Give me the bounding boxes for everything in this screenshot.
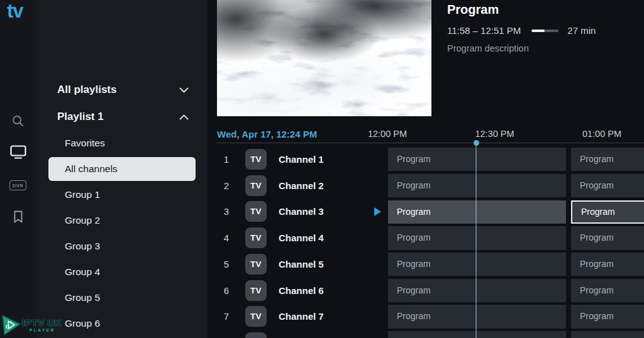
channel-name: Channel 3 xyxy=(279,199,324,225)
bookmark-icon[interactable] xyxy=(0,205,36,228)
timeline-tick: 12:30 PM xyxy=(475,129,514,139)
channel-number: 4 xyxy=(218,225,235,251)
timeline-tick: 12:00 PM xyxy=(368,129,407,139)
program-cell[interactable]: Program xyxy=(388,253,566,276)
search-icon[interactable] xyxy=(0,109,36,132)
channel-number: 3 xyxy=(218,199,235,225)
epg-current-datetime: Wed, Apr 17, 12:24 PM xyxy=(217,129,317,139)
program-cell[interactable]: Program xyxy=(388,305,566,328)
program-cell[interactable]: Program xyxy=(571,305,644,328)
sidebar-item-all-channels[interactable]: All channels xyxy=(48,157,196,181)
program-progress-fill xyxy=(531,30,545,32)
channel-row[interactable]: 3TVChannel 3ProgramProgram xyxy=(208,199,644,225)
dvr-icon[interactable]: DVR xyxy=(0,174,36,197)
program-cell[interactable]: Program xyxy=(571,148,644,171)
program-description: Program description xyxy=(447,43,642,53)
program-cell[interactable]: Program xyxy=(571,331,644,338)
channel-row[interactable]: 7TVChannel 7ProgramProgram xyxy=(208,303,644,330)
program-cell[interactable]: Program xyxy=(571,174,644,197)
playlists-panel: All playlists Playlist 1 FavoritesAll ch… xyxy=(36,0,208,338)
channel-tv-icon: TV xyxy=(245,149,267,170)
channel-row[interactable]: 4TVChannel 4ProgramProgram xyxy=(208,225,644,251)
program-time-range: 11:58 – 12:51 PM xyxy=(447,25,521,36)
channel-tv-icon: TV xyxy=(245,306,267,327)
iptv-app-window: tv DVR All playlists Playlist 1 Favorite… xyxy=(0,0,644,338)
channel-name: Channel 4 xyxy=(279,225,324,251)
channel-row[interactable]: 8TVChannel 8ProgramProgram xyxy=(208,330,644,338)
channel-number: 2 xyxy=(218,173,235,199)
all-playlists-dropdown[interactable]: All playlists xyxy=(36,80,208,100)
program-cell[interactable]: Program xyxy=(388,200,566,224)
channel-tv-icon-label: TV xyxy=(250,312,262,321)
program-cell[interactable]: Program xyxy=(571,226,644,249)
program-remaining-time: 27 min xyxy=(567,25,596,36)
program-info: Program 11:58 – 12:51 PM 27 min Program … xyxy=(447,0,642,53)
now-time-line xyxy=(475,143,477,338)
timeline-tick: 01:00 PM xyxy=(582,129,621,139)
dvr-icon-label: DVR xyxy=(9,180,26,190)
program-title: Program xyxy=(447,3,642,17)
playlist-1-dropdown[interactable]: Playlist 1 xyxy=(36,107,208,127)
sidebar-item-group-3[interactable]: Group 3 xyxy=(36,234,208,259)
program-cell[interactable]: Program xyxy=(571,253,644,276)
program-meta: 11:58 – 12:51 PM 27 min xyxy=(447,25,642,36)
watermark-title: IPTV UK xyxy=(22,317,62,329)
channel-tv-icon-label: TV xyxy=(250,233,262,243)
sidebar-item-group-4[interactable]: Group 4 xyxy=(36,259,208,285)
sidebar-item-group-2[interactable]: Group 2 xyxy=(36,208,208,233)
waterfall-video-frame xyxy=(217,0,431,116)
channel-tv-icon-label: TV xyxy=(250,181,262,190)
iptv-uk-player-watermark: IPTV UK PLAYER xyxy=(1,312,70,338)
tv-logo: tv xyxy=(7,0,23,23)
all-playlists-label: All playlists xyxy=(57,84,179,96)
playlist-1-label: Playlist 1 xyxy=(57,111,179,123)
program-progress-bar xyxy=(531,30,558,32)
channel-tv-icon-label: TV xyxy=(250,155,262,164)
channel-name: Channel 7 xyxy=(279,303,324,330)
program-cell[interactable]: Program xyxy=(388,279,566,302)
channel-row[interactable]: 1TVChannel 1ProgramProgram xyxy=(208,146,644,173)
epg-channel-grid: 1TVChannel 1ProgramProgram2TVChannel 2Pr… xyxy=(208,146,644,338)
channel-number: 6 xyxy=(218,278,235,304)
channel-tv-icon: TV xyxy=(245,332,267,338)
channel-name: Channel 8 xyxy=(279,330,324,338)
channel-number: 7 xyxy=(218,303,235,330)
program-cell[interactable]: Program xyxy=(388,226,566,249)
channel-name: Channel 6 xyxy=(279,278,324,304)
program-cell[interactable]: Program xyxy=(571,200,644,224)
sidebar-item-group-5[interactable]: Group 5 xyxy=(36,285,208,310)
sidebar-item-group-1[interactable]: Group 1 xyxy=(36,182,208,207)
channel-tv-icon: TV xyxy=(245,201,267,222)
channel-number: 8 xyxy=(218,330,235,338)
live-tv-icon[interactable] xyxy=(0,141,36,163)
channel-row[interactable]: 2TVChannel 2ProgramProgram xyxy=(208,173,644,199)
channel-number: 5 xyxy=(218,251,235,278)
program-cell[interactable]: Program xyxy=(388,148,566,171)
channel-tv-icon-label: TV xyxy=(250,259,262,269)
channel-number: 1 xyxy=(218,146,235,173)
chevron-down-icon xyxy=(179,87,189,93)
watermark-subtitle: PLAYER xyxy=(30,328,55,332)
chevron-up-icon xyxy=(179,114,189,120)
channel-name: Channel 5 xyxy=(279,251,324,278)
program-cell[interactable]: Program xyxy=(388,174,566,197)
channel-tv-icon-label: TV xyxy=(250,207,262,216)
channel-tv-icon: TV xyxy=(245,280,267,301)
channel-tv-icon: TV xyxy=(245,254,267,275)
channel-name: Channel 1 xyxy=(279,146,324,173)
icon-rail: tv DVR xyxy=(0,0,36,338)
now-time-dot xyxy=(474,140,479,146)
channel-row[interactable]: 6TVChannel 6ProgramProgram xyxy=(208,278,644,304)
channel-name: Channel 2 xyxy=(279,173,324,199)
video-preview[interactable] xyxy=(217,0,431,116)
sidebar-item-favorites[interactable]: Favorites xyxy=(36,131,208,156)
program-cell[interactable]: Program xyxy=(388,331,566,338)
channel-tv-icon: TV xyxy=(245,227,267,248)
channel-tv-icon-label: TV xyxy=(250,286,262,295)
program-cell[interactable]: Program xyxy=(571,279,644,302)
now-playing-indicator-icon xyxy=(374,207,381,216)
channel-tv-icon: TV xyxy=(245,175,267,196)
watermark-play-icon xyxy=(1,313,23,337)
epg-header-divider xyxy=(217,143,644,143)
channel-row[interactable]: 5TVChannel 5ProgramProgram xyxy=(208,251,644,278)
